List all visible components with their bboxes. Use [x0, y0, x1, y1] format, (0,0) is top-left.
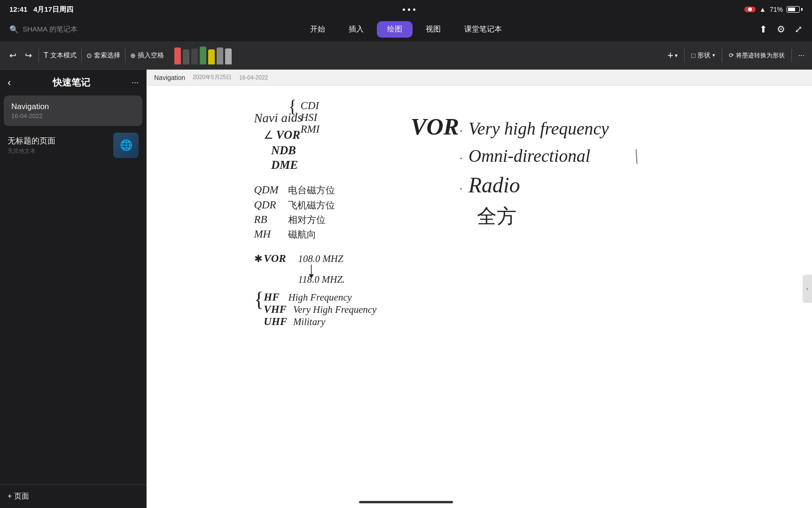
svg-text:RMI: RMI	[300, 123, 320, 135]
svg-marker-21	[309, 274, 313, 278]
divider-1	[39, 48, 39, 63]
insert-space-button[interactable]: ⊕ 插入空格	[130, 51, 164, 60]
tab-insert[interactable]: 插入	[338, 21, 374, 38]
canvas-area[interactable]: Navi aids { CDI HSI RMI ∠ VOR NDB DME QD…	[147, 86, 812, 502]
svg-text:相对方位: 相对方位	[288, 214, 326, 225]
pen-dark2[interactable]	[191, 48, 198, 64]
svg-text:Very high frequency: Very high frequency	[468, 119, 609, 138]
add-page-button[interactable]: + 页面	[8, 492, 139, 501]
svg-line-35	[636, 150, 637, 164]
dot-3	[413, 8, 415, 11]
lasso-select-button[interactable]: ⊙ 套索选择	[86, 51, 120, 60]
sidebar-header: ‹ 快速笔记 ···	[0, 70, 146, 95]
nav-tabs: 开始 插入 绘图 视图 课堂笔记本	[300, 21, 512, 38]
svg-text:{: {	[288, 97, 297, 116]
note-title: Navigation	[154, 74, 185, 81]
battery-percent: 71%	[770, 6, 783, 13]
sidebar-item-navigation-title: Navigation	[11, 102, 135, 111]
svg-text:电台磁方位: 电台磁方位	[288, 185, 335, 195]
svg-text:MH: MH	[254, 228, 272, 240]
svg-text:全方: 全方	[477, 205, 516, 227]
shape-button[interactable]: □ 形状 ▾	[691, 51, 715, 60]
thumbnail-content: 🌐	[113, 133, 139, 158]
note-canvas: Navigation 2020年5月25日 16-04-2022 Navi ai…	[147, 70, 812, 508]
svg-text:✱: ✱	[254, 253, 263, 264]
handwriting-canvas: Navi aids { CDI HSI RMI ∠ VOR NDB DME QD…	[147, 86, 812, 502]
status-bar: 12:41 4月17日周四 ▲ 71%	[0, 0, 812, 17]
tab-draw[interactable]: 绘图	[377, 21, 413, 38]
sidebar-title: 快速笔记	[53, 76, 90, 89]
add-button[interactable]: + ▾	[667, 49, 678, 62]
pen-yellow[interactable]	[208, 49, 215, 64]
pen-gray2[interactable]	[225, 48, 232, 64]
nav-right-icons: ⬆ ⚙ ⤢	[759, 24, 803, 35]
sidebar-item-untitled[interactable]: 无标题的页面 无其他文本 🌐	[0, 126, 146, 165]
search-placeholder: SHAMA 的笔记本	[23, 25, 78, 34]
pen-dark1[interactable]	[183, 49, 189, 64]
divider-6	[791, 48, 792, 63]
pen-green[interactable]	[200, 47, 206, 64]
settings-icon[interactable]: ⚙	[777, 24, 785, 35]
svg-text:·: ·	[460, 183, 462, 195]
svg-text:磁航向: 磁航向	[288, 229, 316, 239]
toolbar: ↩ ↪ T 文本模式 ⊙ 套索选择 ⊕ 插入空格 + ▾	[0, 41, 812, 70]
svg-text:HF: HF	[263, 291, 279, 303]
back-button[interactable]: ‹	[8, 77, 11, 89]
svg-text:108.0 MHZ: 108.0 MHZ	[298, 253, 343, 264]
status-date: 4月17日周四	[33, 5, 73, 13]
status-center-dots	[403, 8, 415, 11]
search-area[interactable]: 🔍 SHAMA 的笔记本	[9, 25, 78, 34]
text-icon: T	[44, 51, 48, 60]
battery-indicator	[787, 6, 803, 13]
sidebar-more-button[interactable]: ···	[132, 78, 139, 87]
battery-tip	[801, 8, 803, 11]
dot-1	[403, 8, 405, 11]
svg-text:∠: ∠	[264, 129, 273, 141]
home-indicator	[359, 501, 453, 503]
divider-3	[125, 48, 125, 63]
pen-red[interactable]	[174, 48, 181, 64]
shape-icon: □	[691, 52, 695, 59]
svg-text:HSI: HSI	[300, 111, 318, 123]
note-subdate: 2020年5月25日	[193, 73, 232, 81]
tab-classroom[interactable]: 课堂笔记本	[454, 21, 512, 38]
top-nav: 🔍 SHAMA 的笔记本 开始 插入 绘图 视图 课堂笔记本 ⬆ ⚙ ⤢	[0, 17, 812, 41]
toolbar-left: ↩ ↪ T 文本模式 ⊙ 套索选择 ⊕ 插入空格	[8, 48, 164, 63]
svg-text:VOR: VOR	[264, 253, 286, 264]
sidebar: ‹ 快速笔记 ··· Navigation 16-04-2022 无标题的页面 …	[0, 70, 147, 508]
svg-text:High Frequency: High Frequency	[288, 292, 352, 303]
sidebar-item-untitled-subtitle: 无其他文本	[8, 147, 113, 155]
pen-gray1[interactable]	[217, 48, 223, 64]
svg-text:NDB: NDB	[271, 144, 296, 157]
svg-text:DME: DME	[271, 159, 298, 171]
expand-icon[interactable]: ⤢	[795, 24, 803, 35]
redo-button[interactable]: ↪	[23, 48, 34, 63]
divider-4	[684, 48, 685, 63]
svg-text:118.0 MHZ.: 118.0 MHZ.	[298, 274, 345, 285]
record-dot	[748, 8, 752, 11]
svg-text:CDI: CDI	[301, 100, 320, 111]
shape-chevron: ▾	[712, 52, 715, 58]
svg-text:·: ·	[460, 125, 462, 137]
record-button[interactable]	[744, 7, 756, 12]
undo-button[interactable]: ↩	[8, 48, 18, 63]
space-icon: ⊕	[130, 52, 136, 59]
tab-view[interactable]: 视图	[415, 21, 451, 38]
sidebar-thumbnail: 🌐	[113, 133, 139, 158]
pen-tools	[174, 47, 232, 64]
tab-start[interactable]: 开始	[300, 21, 336, 38]
more-button[interactable]: ···	[798, 51, 804, 60]
svg-text:Radio: Radio	[468, 173, 520, 197]
convert-button[interactable]: ⟳ 将墨迹转换为形状	[729, 51, 785, 60]
right-panel-toggle[interactable]: ‹	[803, 275, 812, 303]
svg-text:Omni-directional: Omni-directional	[468, 146, 590, 166]
svg-text:VHF: VHF	[264, 303, 286, 315]
search-icon: 🔍	[9, 25, 19, 34]
text-mode-button[interactable]: T 文本模式	[44, 51, 77, 60]
sidebar-item-navigation[interactable]: Navigation 16-04-2022	[4, 95, 142, 126]
share-icon[interactable]: ⬆	[759, 24, 767, 35]
svg-text:QDM: QDM	[254, 184, 280, 196]
divider-5	[722, 48, 722, 63]
toolbar-right: + ▾ □ 形状 ▾ ⟳ 将墨迹转换为形状 ···	[667, 48, 804, 63]
status-time: 12:41	[9, 5, 27, 13]
